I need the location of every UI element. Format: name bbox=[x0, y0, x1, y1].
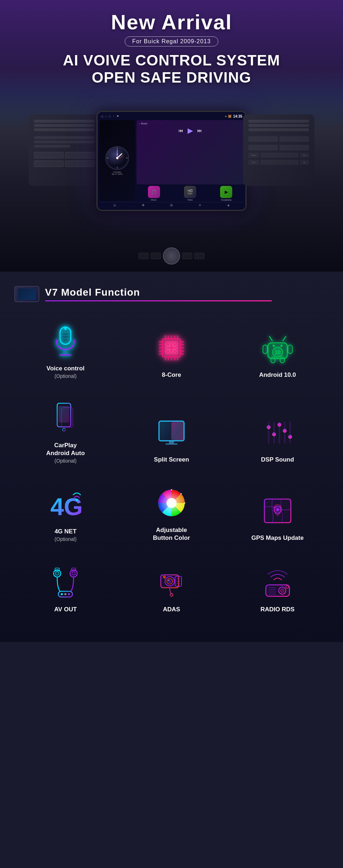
feature-android: 10 Android 10.0 bbox=[226, 316, 329, 386]
svg-point-52 bbox=[273, 345, 275, 347]
phone-icon bbox=[49, 400, 81, 436]
car-screen: ◁○□↑⚑ ●📶 14:35 bbox=[96, 111, 247, 211]
cpu-icon bbox=[155, 332, 188, 364]
map-icon bbox=[262, 495, 294, 527]
dash-left bbox=[29, 114, 100, 186]
app-googleplay[interactable]: ▶ Googleplay bbox=[220, 186, 232, 201]
svg-rect-56 bbox=[263, 345, 267, 354]
feature-color-name: Adjustable Button Color bbox=[153, 526, 190, 542]
feature-voice-sub: (Optional) bbox=[55, 373, 76, 379]
svg-rect-71 bbox=[165, 443, 178, 445]
hero-subtitle: For Buick Regal 2009-2013 bbox=[125, 36, 218, 46]
control-knob[interactable] bbox=[163, 247, 180, 265]
android-icon: 10 bbox=[262, 330, 294, 366]
screen-date-line2: 08-17-2021 bbox=[112, 173, 123, 175]
svg-point-117 bbox=[168, 580, 169, 581]
hero-title: New Arrival bbox=[0, 11, 343, 34]
feature-8core: 8-Core bbox=[120, 316, 223, 386]
feature-8core-name: 8-Core bbox=[162, 371, 181, 379]
feature-dsp: DSP Sound bbox=[226, 393, 329, 471]
svg-point-91 bbox=[166, 498, 177, 508]
app-video[interactable]: 🎬 Video bbox=[184, 186, 196, 201]
svg-point-89 bbox=[76, 499, 78, 501]
feature-color: Adjustable Button Color bbox=[120, 478, 223, 549]
product-thumbnail bbox=[14, 286, 39, 302]
hero-section: New Arrival For Buick Regal 2009-2013 AI… bbox=[0, 0, 343, 272]
equalizer-icon bbox=[262, 415, 294, 450]
svg-point-63 bbox=[63, 428, 65, 431]
dashcam-icon bbox=[155, 566, 188, 598]
feature-android-name: Android 10.0 bbox=[259, 371, 296, 379]
analog-clock-svg: XR bbox=[105, 146, 129, 170]
svg-point-108 bbox=[64, 593, 66, 595]
svg-point-18 bbox=[64, 327, 67, 330]
av-cable-icon bbox=[49, 564, 81, 600]
4g-icon: 4G bbox=[48, 488, 83, 521]
split-screen-icon bbox=[155, 418, 188, 447]
feature-gps-name: GPS Maps Update bbox=[251, 534, 303, 542]
svg-point-105 bbox=[72, 572, 75, 575]
feature-split-name: Split Screen bbox=[154, 456, 189, 464]
feature-carplay-name: CarPlay Android Auto bbox=[46, 442, 85, 457]
features-title-underline bbox=[45, 300, 272, 301]
features-title: V7 Model Function bbox=[45, 287, 329, 298]
svg-point-99 bbox=[276, 508, 279, 511]
feature-4g: 4G 4G NET (Optional) bbox=[14, 478, 117, 549]
feature-adas-name: ADAS bbox=[163, 606, 180, 613]
prev-btn[interactable]: ⏮ bbox=[178, 128, 183, 133]
svg-point-109 bbox=[68, 593, 70, 595]
svg-rect-57 bbox=[288, 345, 292, 354]
svg-line-50 bbox=[269, 336, 272, 341]
feature-adas: ADAS bbox=[120, 556, 223, 621]
svg-point-122 bbox=[163, 576, 166, 578]
feature-radio: RADIO RDS bbox=[226, 556, 329, 621]
svg-rect-69 bbox=[172, 422, 183, 440]
feature-voice-control: Voice control (Optional) bbox=[14, 316, 117, 386]
car-dashboard: ◁○□↑⚑ ●📶 14:35 bbox=[0, 93, 343, 272]
screen-music-label: Music bbox=[141, 122, 148, 125]
svg-rect-66 bbox=[160, 422, 171, 440]
screen-clock: 14:35 bbox=[233, 114, 242, 118]
feature-voice-name: Voice control bbox=[46, 365, 84, 373]
feature-4g-sub: (Optional) bbox=[55, 536, 76, 542]
svg-text:10: 10 bbox=[275, 349, 280, 355]
radio-icon bbox=[262, 566, 294, 598]
feature-gps: GPS Maps Update bbox=[226, 478, 329, 549]
play-btn[interactable]: ▶ bbox=[188, 126, 193, 135]
svg-line-51 bbox=[283, 336, 286, 341]
svg-rect-62 bbox=[59, 406, 69, 423]
app-music[interactable]: 🎵 Music bbox=[148, 186, 160, 201]
feature-radio-name: RADIO RDS bbox=[260, 606, 294, 613]
hero-ai-line1: AI VOIVE CONTROL SYSTEM OPEN SAFE DRIVIN… bbox=[0, 52, 343, 87]
features-section: V7 Model Function bbox=[0, 272, 343, 642]
svg-point-103 bbox=[55, 572, 59, 575]
feature-dsp-name: DSP Sound bbox=[261, 456, 294, 464]
color-wheel-icon bbox=[155, 487, 188, 519]
svg-point-107 bbox=[61, 593, 63, 595]
feature-av-out: AV OUT bbox=[14, 556, 117, 621]
svg-point-8 bbox=[116, 157, 118, 159]
svg-point-95 bbox=[184, 502, 185, 504]
svg-point-93 bbox=[171, 489, 172, 490]
feature-carplay: CarPlay Android Auto (Optional) bbox=[14, 393, 117, 471]
dash-right: RADIO INFO SRCE FAV bbox=[243, 114, 314, 186]
features-header: V7 Model Function bbox=[14, 286, 329, 302]
svg-point-28 bbox=[173, 349, 177, 353]
feature-4g-name: 4G NET bbox=[55, 528, 76, 536]
svg-point-132 bbox=[280, 589, 284, 592]
svg-text:XR: XR bbox=[116, 153, 119, 156]
feature-split-screen: Split Screen bbox=[120, 393, 223, 471]
feature-carplay-sub: (Optional) bbox=[55, 458, 76, 464]
next-btn[interactable]: ⏭ bbox=[197, 128, 202, 133]
feature-av-name: AV OUT bbox=[54, 606, 77, 613]
microphone-icon bbox=[49, 324, 81, 359]
features-grid: Voice control (Optional) bbox=[14, 316, 329, 621]
svg-text:4G: 4G bbox=[50, 493, 83, 520]
svg-point-53 bbox=[280, 345, 283, 347]
svg-point-94 bbox=[180, 493, 182, 494]
